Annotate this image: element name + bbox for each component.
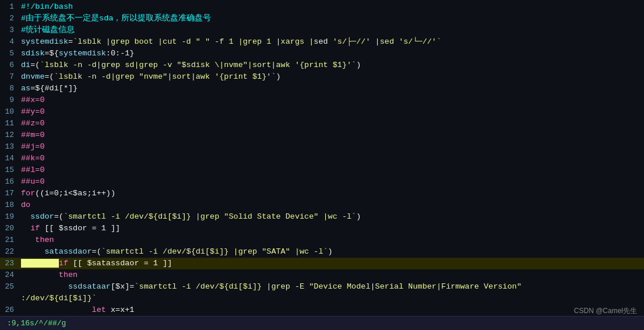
line-content-20: if [[ $ssdor = 1 ]] [19,223,644,234]
line-1: 1 #!/bin/bash [0,1,644,13]
line-12: 12 ##m=0 [0,129,644,141]
line-3: 3 #统计磁盘信息 [0,24,644,36]
line-content-5: sdisk=${systemdisk:0:-1} [19,48,644,59]
line-16: 16 ##u=0 [0,176,644,188]
line-content-6: di=(`lsblk -n -d|grep sd|grep -v "$sdisk… [19,59,644,71]
line-content-2: #由于系统盘不一定是sda，所以提取系统盘准确盘号 [19,13,644,24]
line-25b: :/dev/${di[$i]}` [0,293,644,304]
line-num-4: 4 [0,36,19,48]
line-23: 23 if [[ $satassdaor = 1 ]] [0,258,644,269]
line-num-10: 10 [0,106,19,118]
line-num-25: 25 [0,281,19,293]
line-14: 14 ##k=0 [0,153,644,164]
line-17: 17 for((i=0;i<$as;i++)) [0,188,644,199]
line-24: 24 then [0,269,644,281]
code-lines: 1 #!/bin/bash 2 #由于系统盘不一定是sda，所以提取系统盘准确盘… [0,0,644,316]
line-num-17: 17 [0,188,19,199]
line-num-6: 6 [0,59,19,71]
line-18: 18 do [0,199,644,211]
line-26: 26 let x=x+1 [0,304,644,316]
line-num-19: 19 [0,211,19,223]
line-num-18: 18 [0,199,19,211]
line-15: 15 ##l=0 [0,164,644,176]
line-content-24: then [19,269,644,281]
line-25: 25 ssdsataar[$x]=`smartctl -i /dev/${di[… [0,281,644,293]
line-content-21: then [19,234,644,246]
line-num-13: 13 [0,141,19,153]
line-content-22: satassdaor=(`smartctl -i /dev/${di[$i]} … [19,246,644,258]
line-content-16: ##u=0 [19,176,644,188]
line-num-16: 16 [0,176,19,188]
line-content-17: for((i=0;i<$as;i++)) [19,188,644,199]
line-num-11: 11 [0,118,19,129]
line-7: 7 dnvme=(`lsblk -n -d|grep "nvme"|sort|a… [0,71,644,83]
line-content-15: ##l=0 [19,164,644,176]
line-content-11: ##z=0 [19,118,644,129]
line-num-7: 7 [0,71,19,83]
line-content-25b: :/dev/${di[$i]}` [19,293,644,304]
line-content-23: if [[ $satassdaor = 1 ]] [19,258,644,269]
line-num-1: 1 [0,1,19,13]
line-num-15: 15 [0,164,19,176]
code-editor: 1 #!/bin/bash 2 #由于系统盘不一定是sda，所以提取系统盘准确盘… [0,0,644,316]
line-21: 21 then [0,234,644,246]
line-content-26: let x=x+1 [19,304,644,316]
line-content-9: ##x=0 [19,94,644,106]
line-22: 22 satassdaor=(`smartctl -i /dev/${di[$i… [0,246,644,258]
line-num-5: 5 [0,48,19,59]
line-content-13: ##j=0 [19,141,644,153]
line-num-20: 20 [0,223,19,234]
line-content-1: #!/bin/bash [19,1,644,13]
status-bar: :9,16s/^/##/g [0,316,644,330]
line-num-21: 21 [0,234,19,246]
line-20: 20 if [[ $ssdor = 1 ]] [0,223,644,234]
line-num-3: 3 [0,24,19,36]
line-content-4: systemdisk=`lsblk |grep boot |cut -d " "… [19,36,644,48]
line-content-25: ssdsataar[$x]=`smartctl -i /dev/${di[$i]… [19,281,644,293]
line-num-9: 9 [0,94,19,106]
line-content-7: dnvme=(`lsblk -n -d|grep "nvme"|sort|awk… [19,71,644,83]
line-9: 9 ##x=0 [0,94,644,106]
line-content-12: ##m=0 [19,129,644,141]
line-num-26: 26 [0,304,19,316]
line-6: 6 di=(`lsblk -n -d|grep sd|grep -v "$sdi… [0,59,644,71]
line-content-19: ssdor=(`smartctl -i /dev/${di[$i]} |grep… [19,211,644,223]
line-2: 2 #由于系统盘不一定是sda，所以提取系统盘准确盘号 [0,13,644,24]
line-content-18: do [19,199,644,211]
line-num-14: 14 [0,153,19,164]
line-content-14: ##k=0 [19,153,644,164]
line-content-10: ##y=0 [19,106,644,118]
line-11: 11 ##z=0 [0,118,644,129]
line-19: 19 ssdor=(`smartctl -i /dev/${di[$i]} |g… [0,211,644,223]
line-4: 4 systemdisk=`lsblk |grep boot |cut -d "… [0,36,644,48]
line-10: 10 ##y=0 [0,106,644,118]
watermark: CSDN @Camel先生 [574,306,637,316]
line-num-8: 8 [0,83,19,94]
line-content-8: as=${#di[*]} [19,83,644,94]
line-13: 13 ##j=0 [0,141,644,153]
line-num-23: 23 [0,258,19,269]
line-content-3: #统计磁盘信息 [19,24,644,36]
line-5: 5 sdisk=${systemdisk:0:-1} [0,48,644,59]
line-8: 8 as=${#di[*]} [0,83,644,94]
status-command: :9,16s/^/##/g [7,319,66,328]
line-num-22: 22 [0,246,19,258]
line-num-2: 2 [0,13,19,24]
line-num-24: 24 [0,269,19,281]
line-num-12: 12 [0,129,19,141]
